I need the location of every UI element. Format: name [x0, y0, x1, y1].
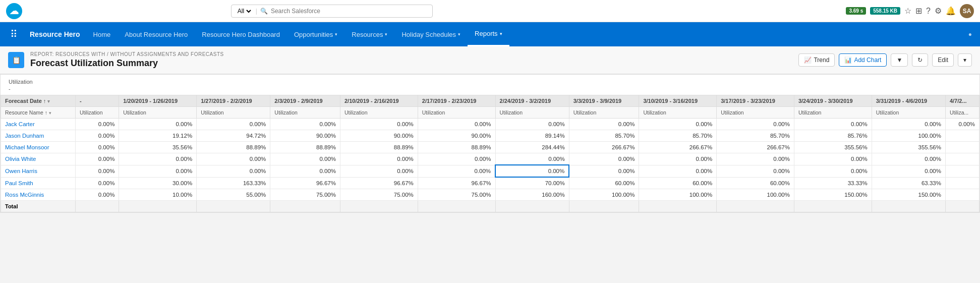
forecast-date-filter-icon[interactable]: ▾ — [47, 99, 50, 104]
search-bar: All | 🔍 — [231, 5, 433, 18]
resource-name-link[interactable]: Olivia White — [5, 156, 36, 162]
refresh-button[interactable]: ↻ — [912, 53, 928, 67]
table-cell — [945, 130, 979, 142]
table-cell: 163.33% — [197, 177, 270, 189]
footer-val-6 — [495, 201, 569, 212]
col-subheader-util-11: Utilization — [872, 107, 945, 119]
footer-val-1 — [119, 201, 197, 212]
star-icon[interactable]: ☆ — [904, 6, 911, 16]
nav-item-home[interactable]: Home — [86, 22, 118, 46]
report-header-left: 📋 REPORT: RESOURCES WITH / WITHOUT ASSIG… — [8, 51, 224, 69]
trend-icon: 📈 — [804, 56, 812, 64]
resource-name-link[interactable]: Jack Carter — [5, 121, 35, 127]
table-cell — [945, 165, 979, 177]
nav-items: Home About Resource Hero Resource Hero D… — [86, 22, 509, 46]
table-cell: 0.00% — [495, 119, 569, 130]
utilization-table: Forecast Date ↑ ▾ - 1/20/2019 - 1/26/201… — [1, 95, 979, 212]
top-bar: ☁ All | 🔍 3.69 s 558.15 KB ☆ ⊞ ? ⚙ 🔔 SA — [0, 0, 980, 22]
performance-badge: 3.69 s — [846, 7, 866, 15]
table-cell: 90.00% — [418, 130, 495, 142]
table-cell: 0.00% — [872, 165, 945, 177]
resource-name-link[interactable]: Paul Smith — [5, 180, 33, 186]
nav-item-reports[interactable]: Reports ▾ — [468, 22, 509, 46]
plus-icon[interactable]: ⊞ — [915, 6, 922, 16]
table-cell: 33.33% — [794, 177, 872, 189]
table-cell: 85.70% — [569, 130, 639, 142]
col-header-7: 3/3/2019 - 3/9/2019 — [569, 95, 639, 107]
col-subheader-util-3: Utilization — [270, 107, 340, 119]
table-cell: 0.00% — [418, 119, 495, 130]
table-cell: 0.00% — [119, 119, 197, 130]
col-subheader-util-8: Utilization — [639, 107, 717, 119]
col-header-11: 3/31/2019 - 4/6/2019 — [872, 95, 945, 107]
settings-icon[interactable]: ⚙ — [935, 6, 942, 16]
nav-item-holiday-schedules[interactable]: Holiday Schedules ▾ — [394, 22, 468, 46]
table-cell: 90.00% — [340, 130, 418, 142]
nav-item-opportunities[interactable]: Opportunities ▾ — [287, 22, 344, 46]
trend-button[interactable]: 📈 Trend — [798, 53, 835, 67]
filter-button[interactable]: ▼ — [891, 53, 908, 67]
resource-name-link[interactable]: Owen Harris — [5, 168, 37, 174]
edit-button[interactable]: Edit — [932, 53, 954, 67]
table-cell: 0.00% — [197, 153, 270, 165]
report-table-container: Utilization - Forecast Date ↑ ▾ - 1/20/2… — [0, 74, 980, 213]
table-cell: 266.67% — [717, 142, 794, 153]
footer-val-11 — [872, 201, 945, 212]
table-cell — [945, 153, 979, 165]
col-subheader-util-12: Utiliza... — [945, 107, 979, 119]
col-header-forecast-date[interactable]: Forecast Date ↑ ▾ — [1, 95, 76, 107]
col-header-5: 2/17/2019 - 2/23/2019 — [418, 95, 495, 107]
table-header-row1: Forecast Date ↑ ▾ - 1/20/2019 - 1/26/201… — [1, 95, 979, 107]
table-row: Ross McGinnis0.00%10.00%55.00%75.00%75.0… — [1, 189, 979, 201]
nav-item-about[interactable]: About Resource Hero — [118, 22, 195, 46]
app-grid-icon[interactable]: ⠿ — [4, 22, 24, 46]
table-cell: 100.00% — [569, 189, 639, 201]
table-cell: 100.00% — [872, 130, 945, 142]
table-cell: 89.14% — [495, 130, 569, 142]
col-subheader-util-9: Utilization — [717, 107, 794, 119]
search-scope-dropdown[interactable]: All — [236, 7, 253, 15]
footer-val-9 — [717, 201, 794, 212]
table-cell: 0.00% — [270, 119, 340, 130]
nav-dot-indicator: ● — [968, 31, 972, 38]
col-subheader-resource-name[interactable]: Resource Name ↑ ▾ — [1, 107, 76, 119]
table-cell: 284.44% — [495, 142, 569, 153]
report-breadcrumb: REPORT: RESOURCES WITH / WITHOUT ASSIGNM… — [30, 51, 224, 57]
nav-item-dashboard[interactable]: Resource Hero Dashboard — [195, 22, 287, 46]
search-input[interactable] — [271, 8, 428, 15]
table-footer: Total — [1, 201, 979, 212]
more-button[interactable]: ▾ — [958, 53, 972, 67]
col-header-12: 4/7/2... — [945, 95, 979, 107]
table-cell: 0.00% — [717, 119, 794, 130]
salesforce-logo[interactable]: ☁ — [6, 3, 22, 19]
search-divider: | — [256, 8, 257, 15]
table-cell: 0.00% — [418, 153, 495, 165]
table-cell: 355.56% — [794, 142, 872, 153]
resource-name-link[interactable]: Michael Monsoor — [5, 144, 49, 150]
nav-item-resources[interactable]: Resources ▾ — [344, 22, 394, 46]
report-header-right: 📈 Trend 📊 Add Chart ▼ ↻ Edit ▾ — [798, 53, 972, 67]
report-header: 📋 REPORT: RESOURCES WITH / WITHOUT ASSIG… — [0, 46, 980, 74]
avatar[interactable]: SA — [960, 4, 974, 18]
table-cell: 75.00% — [418, 189, 495, 201]
resource-name-link[interactable]: Ross McGinnis — [5, 192, 44, 198]
help-icon[interactable]: ? — [926, 7, 931, 16]
table-cell: 90.00% — [270, 130, 340, 142]
footer-val-0 — [76, 201, 119, 212]
table-cell: 266.67% — [639, 142, 717, 153]
table-cell: 0.00% — [639, 165, 717, 177]
notification-icon[interactable]: 🔔 — [946, 6, 956, 16]
table-cell: 85.76% — [794, 130, 872, 142]
table-cell: 0.00% — [270, 165, 340, 177]
table-cell: 63.33% — [872, 177, 945, 189]
table-cell: 150.00% — [872, 189, 945, 201]
table-cell: 88.89% — [270, 142, 340, 153]
table-cell: 0.00% — [197, 119, 270, 130]
resource-name-filter-icon[interactable]: ▾ — [49, 110, 51, 116]
table-cell: 0.00% — [76, 177, 119, 189]
resource-name-link[interactable]: Jason Dunham — [5, 133, 44, 139]
footer-val-8 — [639, 201, 717, 212]
table-cell: 0.00% — [495, 153, 569, 165]
add-chart-button[interactable]: 📊 Add Chart — [839, 53, 887, 67]
table-cell: 96.67% — [270, 177, 340, 189]
